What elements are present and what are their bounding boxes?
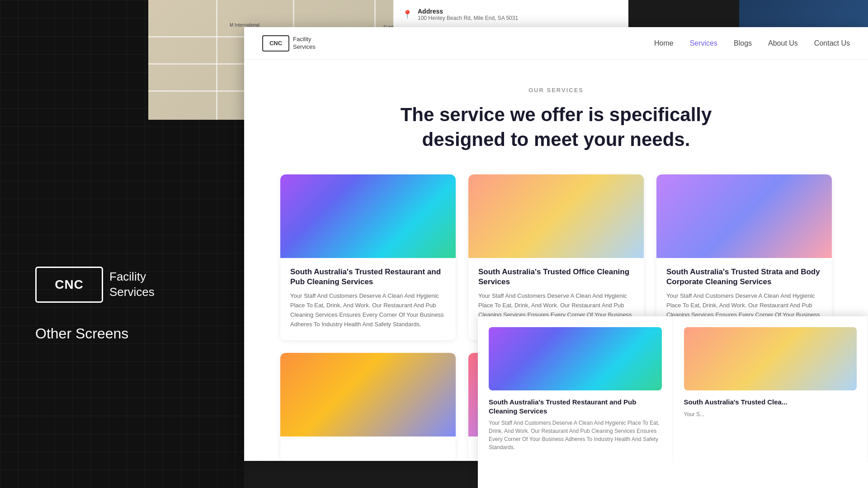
nav-logo-cnc: CNC bbox=[269, 40, 282, 47]
card-title-office: South Australia's Trusted Office Cleanin… bbox=[478, 267, 634, 287]
bottom-cards-row: South Australia's Trusted Restaurant and… bbox=[478, 316, 868, 462]
card-image-restaurant bbox=[280, 174, 456, 258]
bottom-card-desc-2: Your S... bbox=[684, 410, 857, 418]
card-image-office bbox=[468, 174, 644, 258]
bottom-card-image-1 bbox=[489, 327, 662, 390]
card-body-restaurant: South Australia's Trusted Restaurant and… bbox=[280, 258, 456, 340]
nav-services[interactable]: Services bbox=[690, 39, 717, 47]
address-bar: 📍 Address 100 Henley Beach Rd, Mile End,… bbox=[393, 0, 628, 29]
nav-logo-name: Facility Services bbox=[293, 36, 316, 51]
bottom-card-title-1: South Australia's Trusted Restaurant and… bbox=[489, 398, 662, 415]
address-title: Address bbox=[418, 8, 518, 15]
other-screens-label: Other Screens bbox=[35, 325, 128, 342]
section-label: OUR SERVICES bbox=[280, 87, 832, 94]
dark-logo-name: Facility Services bbox=[109, 269, 155, 300]
navbar: CNC Facility Services Home Services Blog… bbox=[244, 27, 868, 60]
bottom-card-2[interactable]: South Australia's Trusted Clea... Your S… bbox=[673, 316, 868, 462]
bottom-card-image-2 bbox=[684, 327, 857, 390]
nav-logo-box: CNC bbox=[262, 35, 289, 52]
nav-home[interactable]: Home bbox=[654, 39, 674, 47]
bottom-card-desc-1: Your Staff And Customers Deserve A Clean… bbox=[489, 419, 662, 451]
nav-logo: CNC Facility Services bbox=[262, 35, 316, 52]
location-icon: 📍 bbox=[402, 9, 412, 19]
service-card-strata[interactable]: South Australia's Trusted Strata and Bod… bbox=[656, 174, 832, 340]
nav-links: Home Services Blogs About Us Contact Us bbox=[654, 39, 850, 47]
bottom-card-1[interactable]: South Australia's Trusted Restaurant and… bbox=[478, 316, 673, 462]
nav-contact[interactable]: Contact Us bbox=[814, 39, 850, 47]
dark-logo-box: CNC bbox=[35, 267, 103, 303]
service-card-4[interactable] bbox=[280, 353, 456, 461]
section-title: The service we offer is specifically des… bbox=[280, 103, 832, 152]
address-info: Address 100 Henley Beach Rd, Mile End, S… bbox=[418, 8, 518, 21]
nav-blogs[interactable]: Blogs bbox=[734, 39, 752, 47]
dark-logo-area: CNC Facility Services bbox=[35, 267, 155, 303]
nav-about[interactable]: About Us bbox=[768, 39, 798, 47]
bottom-card-title-2: South Australia's Trusted Clea... bbox=[684, 398, 857, 407]
card-desc-restaurant: Your Staff And Customers Deserve A Clean… bbox=[290, 291, 446, 329]
card-title-strata: South Australia's Trusted Strata and Bod… bbox=[666, 267, 822, 287]
address-value: 100 Henley Beach Rd, Mile End, SA 5031 bbox=[418, 15, 518, 21]
service-card-office[interactable]: South Australia's Trusted Office Cleanin… bbox=[468, 174, 644, 340]
card-title-restaurant: South Australia's Trusted Restaurant and… bbox=[290, 267, 446, 287]
card-image-4 bbox=[280, 353, 456, 436]
service-card-restaurant[interactable]: South Australia's Trusted Restaurant and… bbox=[280, 174, 456, 340]
dark-logo-text: CNC bbox=[55, 277, 84, 292]
card-body-4 bbox=[280, 436, 456, 461]
card-image-strata bbox=[656, 174, 832, 258]
bottom-preview-panel: South Australia's Trusted Restaurant and… bbox=[478, 316, 868, 488]
